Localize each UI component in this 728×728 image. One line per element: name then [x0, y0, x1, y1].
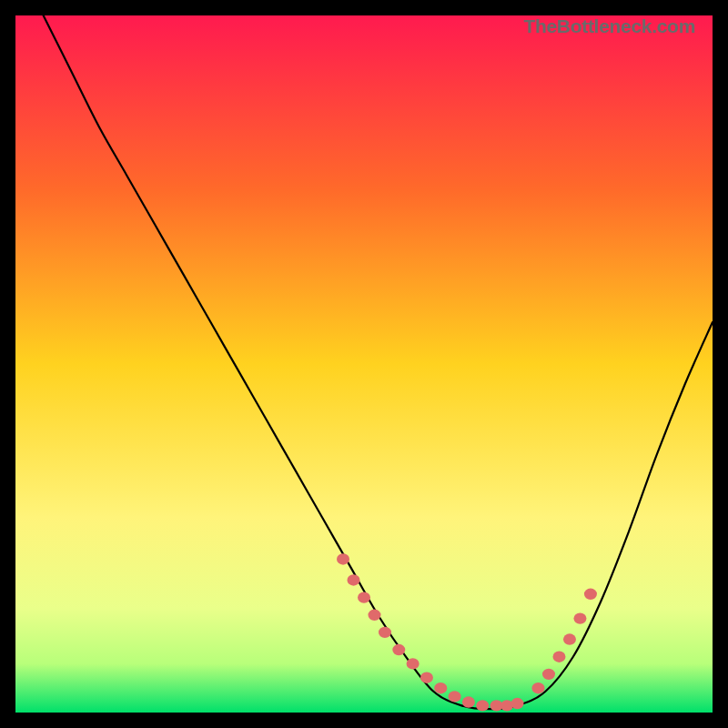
marker-dot	[337, 553, 349, 564]
chart-plot	[15, 15, 713, 713]
marker-dot	[379, 627, 391, 638]
chart-frame: TheBottleneck.com	[15, 15, 713, 713]
marker-dot	[462, 696, 475, 707]
marker-dot	[563, 633, 576, 644]
marker-dot	[542, 669, 555, 680]
marker-dot	[368, 610, 380, 621]
marker-dot	[552, 652, 565, 662]
marker-dot	[348, 574, 360, 585]
marker-dot	[420, 672, 433, 683]
recommended-markers	[337, 553, 597, 711]
marker-dot	[584, 589, 597, 600]
marker-dot	[511, 698, 524, 709]
marker-dot	[358, 592, 370, 602]
marker-dot	[434, 682, 447, 693]
marker-dot	[573, 612, 586, 623]
marker-dot	[449, 691, 461, 702]
marker-dot	[392, 644, 405, 655]
marker-dot	[476, 700, 489, 711]
watermark-text: TheBottleneck.com	[523, 15, 695, 37]
marker-dot	[532, 682, 545, 693]
marker-dot	[407, 658, 420, 669]
bottleneck-curve	[44, 15, 713, 709]
